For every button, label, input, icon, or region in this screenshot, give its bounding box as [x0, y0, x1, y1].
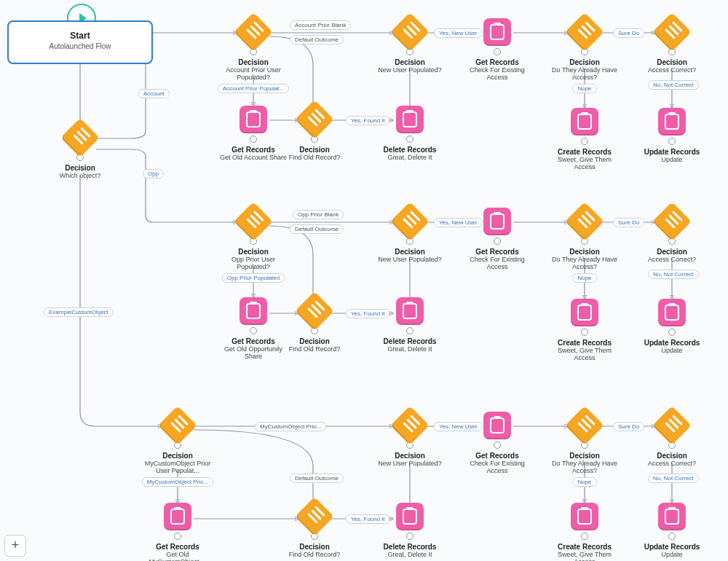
- edge-account-prior-blank[interactable]: Account Prior Blank: [290, 20, 351, 30]
- node-sub: Sweet, Give Them Access: [548, 551, 621, 561]
- decision-icon: [565, 202, 604, 241]
- add-element-button[interactable]: +: [4, 535, 26, 557]
- decision-custom-prior-user[interactable]: Decision MyCustomObject Prior User Popul…: [141, 412, 214, 488]
- outcome-chip[interactable]: Account Prior Populat...: [218, 84, 289, 93]
- edge-default-outcome[interactable]: Default Outcome: [290, 224, 344, 234]
- node-title: Update Records: [636, 339, 708, 347]
- node-sub: New User Populated?: [373, 66, 446, 74]
- node-title: Update Records: [636, 543, 708, 551]
- decision-icon: [652, 406, 692, 445]
- create-records-icon: [571, 108, 598, 136]
- node-title: Decision: [636, 58, 708, 66]
- create-records-opp[interactable]: Create Records Sweet, Give Them Access: [548, 299, 621, 362]
- outcome-chip-nope[interactable]: Nope: [572, 477, 596, 487]
- node-sub: Sweet, Give Them Access: [548, 347, 621, 362]
- decision-access-correct-custom[interactable]: Decision Access Correct?: [636, 412, 708, 467]
- edge-opp-prior-blank[interactable]: Opp Prior Blank: [293, 210, 344, 219]
- create-records-icon: [571, 503, 598, 530]
- decision-icon: [390, 12, 430, 52]
- update-records-custom[interactable]: Update Records Update: [636, 503, 708, 558]
- get-records-icon: [483, 208, 511, 235]
- edge-no-not-correct[interactable]: No, Not Correct: [648, 80, 699, 90]
- outcome-chip[interactable]: MyCustomObject Prio...: [142, 477, 213, 487]
- decision-have-access-account[interactable]: Decision Do They Already Have Access? No…: [548, 18, 621, 95]
- node-title: Decision: [548, 58, 621, 66]
- node-title: Decision: [44, 164, 116, 172]
- outcome-opp[interactable]: Opp: [143, 169, 164, 178]
- connector-dot: [668, 329, 676, 336]
- connector-dot: [581, 329, 588, 336]
- outcome-account[interactable]: Account: [138, 89, 170, 98]
- decision-account-prior-user[interactable]: Decision Account Prior User Populated? A…: [217, 18, 290, 95]
- node-sub: Check For Existing Access: [461, 460, 534, 475]
- edge-custom-prior-blank[interactable]: MyCustomObject Prio...: [255, 422, 326, 431]
- node-sub: MyCustomObject Prior User Populat...: [141, 460, 214, 475]
- node-title: Update Records: [636, 148, 708, 156]
- create-records-account[interactable]: Create Records Sweet, Give Them Access: [548, 108, 621, 171]
- edge-default-outcome[interactable]: Default Outcome: [290, 474, 344, 483]
- node-sub: Do They Already Have Access?: [548, 256, 621, 271]
- outcome-chip-nope[interactable]: Nope: [572, 84, 596, 93]
- get-records-check-access-custom[interactable]: Get Records Check For Existing Access: [461, 412, 534, 475]
- connector-dot: [668, 138, 676, 145]
- node-sub: Account Prior User Populated?: [217, 66, 290, 82]
- delete-records-account[interactable]: Delete Records Great, Delete It: [373, 106, 446, 161]
- node-title: Decision: [548, 452, 621, 460]
- get-records-icon: [240, 297, 267, 325]
- update-records-account[interactable]: Update Records Update: [636, 108, 708, 163]
- update-records-icon: [658, 108, 686, 136]
- edge-no-not-correct[interactable]: No, Not Correct: [648, 474, 699, 483]
- node-sub: Great, Delete It: [373, 154, 446, 161]
- update-records-opp[interactable]: Update Records Update: [636, 299, 708, 354]
- outcome-chip[interactable]: Opp Prior Populated: [222, 273, 285, 283]
- decision-new-user-account[interactable]: Decision New User Populated?: [373, 18, 446, 74]
- node-title: Decision: [548, 248, 621, 256]
- decision-find-old-record-account[interactable]: Decision Find Old Record?: [278, 106, 351, 161]
- outcome-chip-nope[interactable]: Nope: [572, 273, 596, 283]
- node-title: Decision: [278, 146, 351, 154]
- decision-opp-prior-user[interactable]: Decision Opp Prior User Populated? Opp P…: [217, 208, 290, 284]
- get-records-check-access-account[interactable]: Get Records Check For Existing Access: [461, 18, 534, 82]
- connector-dot: [494, 442, 501, 449]
- create-records-custom[interactable]: Create Records Sweet, Give Them Access: [548, 503, 621, 561]
- node-sub: Which object?: [44, 172, 116, 179]
- node-sub: Opp Prior User Populated?: [217, 256, 290, 271]
- node-sub: Update: [636, 347, 708, 354]
- decision-have-access-custom[interactable]: Decision Do They Already Have Access? No…: [548, 412, 621, 488]
- decision-new-user-opp[interactable]: Decision New User Populated?: [373, 208, 446, 263]
- start-node[interactable]: Start Autolaunched Flow: [7, 20, 153, 64]
- decision-have-access-opp[interactable]: Decision Do They Already Have Access? No…: [548, 208, 621, 284]
- decision-icon: [295, 497, 334, 536]
- update-records-icon: [658, 503, 686, 530]
- decision-access-correct-account[interactable]: Decision Access Correct?: [636, 18, 708, 74]
- connector-dot: [250, 327, 257, 334]
- decision-find-old-record-opp[interactable]: Decision Find Old Record?: [278, 297, 351, 353]
- decision-icon: [234, 12, 273, 52]
- get-records-icon: [240, 106, 267, 133]
- decision-icon: [652, 12, 692, 52]
- get-records-old-custom-share[interactable]: Get Records Get Old MyCustomObject ...: [141, 503, 214, 561]
- update-records-icon: [658, 299, 686, 326]
- decision-new-user-custom[interactable]: Decision New User Populated?: [373, 412, 446, 467]
- start-title: Start: [9, 31, 151, 41]
- decision-find-old-record-custom[interactable]: Decision Find Old Record?: [278, 503, 351, 558]
- connector-dot: [494, 238, 501, 245]
- decision-icon: [295, 100, 334, 139]
- edge-default-outcome[interactable]: Default Outcome: [290, 35, 344, 44]
- delete-records-custom[interactable]: Delete Records Great, Delete It: [373, 503, 446, 558]
- node-sub: Find Old Record?: [278, 551, 351, 558]
- decision-which-object[interactable]: Decision Which object?: [44, 124, 116, 179]
- decision-access-correct-opp[interactable]: Decision Access Correct?: [636, 208, 708, 263]
- outcome-custom[interactable]: ExampleCustomObject: [44, 307, 114, 317]
- node-title: Get Records: [141, 543, 214, 551]
- delete-records-opp[interactable]: Delete Records Great, Delete It: [373, 297, 446, 353]
- connector-dot: [174, 533, 181, 540]
- node-title: Create Records: [548, 543, 621, 551]
- edge-no-not-correct[interactable]: No, Not Correct: [648, 270, 699, 279]
- node-title: Create Records: [548, 148, 621, 156]
- get-records-icon: [483, 18, 511, 46]
- decision-icon: [390, 406, 430, 445]
- get-records-check-access-opp[interactable]: Get Records Check For Existing Access: [461, 208, 534, 271]
- decision-icon: [158, 406, 197, 445]
- delete-records-icon: [396, 503, 424, 530]
